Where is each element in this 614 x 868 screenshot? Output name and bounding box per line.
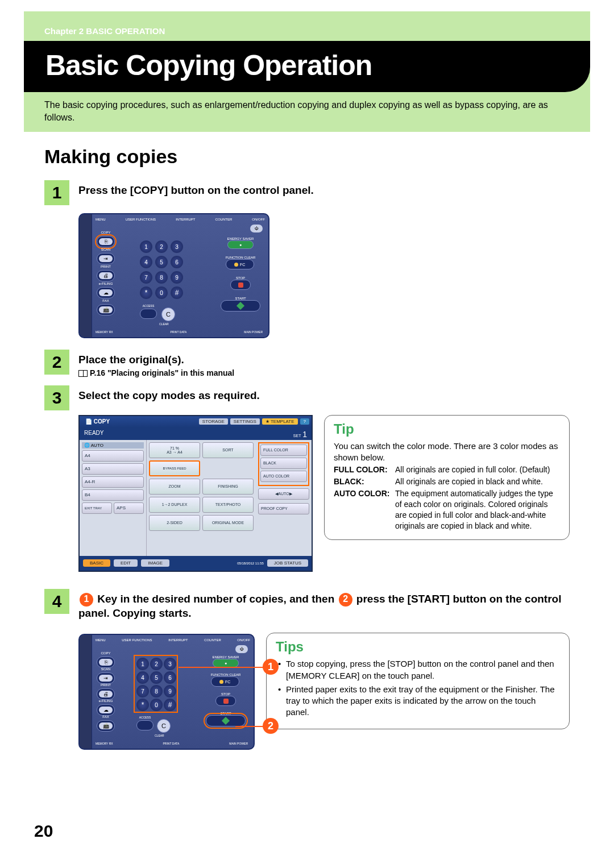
tip-intro: You can switch the color mode. There are… [334, 441, 560, 464]
panel-label-user-functions: USER FUNCTIONS [126, 218, 156, 221]
callout-2: 2 [263, 718, 279, 734]
panel-label-interrupt: INTERRUPT [176, 218, 195, 221]
book-icon [78, 370, 88, 377]
clear-button: C [161, 308, 175, 321]
edit-tab: EDIT [114, 559, 138, 567]
page-number: 20 [34, 821, 53, 841]
function-clear-button: FC [226, 259, 254, 269]
intro-wrap: The basic copying procedures, such as en… [24, 92, 590, 134]
duplex-display: 1→2 DUPLEX [149, 497, 200, 513]
two-sided-button: 2-SIDED [149, 515, 200, 531]
inline-badge-1: 1 [80, 593, 93, 607]
tips-item: Printed paper exits to the exit tray of … [276, 684, 560, 719]
stop-button [230, 280, 251, 290]
numeric-keypad: 123 456 789 *0# [136, 658, 175, 710]
zoom-button: ZOOM [149, 479, 200, 495]
intro-text: The basic copying procedures, such as en… [44, 99, 570, 123]
bypass-button: BYPASS FEED [149, 460, 200, 476]
auto-header: 🌐 AUTO [82, 442, 144, 448]
fax-button: FAX📠 [97, 304, 115, 315]
full-color-button: FULL COLOR [260, 445, 307, 456]
touch-screen-figure: 📄 COPY STORAGE SETTINGS ★ TEMPLATE ? REA… [78, 415, 313, 572]
job-status-button: JOB STATUS [267, 559, 308, 567]
black-button: BLACK [260, 458, 307, 469]
help-button: ? [300, 418, 309, 425]
scan-button: SCAN⇥ [97, 253, 115, 264]
panel-label-menu: MENU [96, 218, 106, 221]
tips-title: Tips [276, 639, 560, 655]
paper-a4r: A4-R [82, 476, 144, 488]
tips-box: Tips To stop copying, press the [STOP] b… [266, 633, 570, 729]
paper-a4: A4 [82, 450, 144, 462]
basic-tab: BASIC [83, 559, 110, 567]
start-button [221, 300, 260, 312]
auto-slider: ◀ AUTO ▶ [258, 488, 309, 500]
color-mode-group: FULL COLOR BLACK AUTO COLOR [258, 442, 309, 486]
control-panel-figure-2: MENU USER FUNCTIONS INTERRUPT COUNTER ON… [78, 634, 255, 750]
proof-copy-button: PROOF COPY [258, 503, 309, 514]
step-title: Press the [COPY] button on the control p… [78, 184, 570, 198]
tips-item: To stop copying, press the [STOP] button… [276, 658, 560, 682]
finishing-button: FINISHING [202, 479, 254, 495]
paper-b4: B4 [82, 489, 144, 501]
exit-tray-button: EXIT TRAY [82, 502, 112, 514]
copy-button: COPY⎘ [97, 236, 115, 247]
tip-title: Tip [334, 421, 560, 437]
start-button-hl [206, 715, 246, 726]
print-button: PRINT🖨 [97, 270, 115, 281]
settings-tab: SETTINGS [230, 418, 260, 425]
page-title: Basic Copying Operation [24, 41, 590, 82]
auto-color-button: AUTO COLOR [260, 471, 307, 482]
chapter-header: Chapter 2 BASIC OPERATION [44, 26, 165, 36]
step-number: 1 [44, 180, 69, 205]
step-2: 2 Place the original(s). P.16 "Placing o… [44, 350, 570, 377]
timestamp: 05/18/2012 11:55 [237, 562, 264, 565]
energy-saver-button: ● [227, 240, 254, 249]
step-title: Place the original(s). [78, 353, 570, 367]
step-number: 3 [44, 385, 69, 410]
step-3: 3 Select the copy modes as required. [44, 385, 570, 410]
on-off-button: ⏻ [250, 225, 263, 232]
title-block: Basic Copying Operation [24, 41, 590, 92]
efiling-button: e-FILING☁ [97, 287, 115, 298]
access-button: ACCESS [140, 309, 157, 319]
step-title: 1 Key in the desired number of copies, a… [78, 592, 570, 621]
ratio-display: 71 %A3 → A4 [149, 442, 200, 458]
panel-label-counter: COUNTER [215, 218, 233, 221]
original-mode-button: ORIGINAL MODE [202, 515, 254, 531]
step-title: Select the copy modes as required. [78, 389, 570, 403]
step-reference: P.16 "Placing originals" in this manual [78, 368, 570, 377]
step-number: 4 [44, 589, 69, 614]
panel-label-onoff: ON/OFF [252, 218, 265, 221]
screen-title: 📄 COPY [82, 418, 113, 425]
ready-label: READY [84, 430, 103, 438]
paper-a3: A3 [82, 463, 144, 475]
callout-line-2 [235, 726, 265, 727]
numeric-keypad: 123 456 789 *0# [140, 240, 183, 299]
text-photo-display: TEXT/PHOTO [202, 497, 254, 513]
content-area: Making copies 1 Press the [COPY] button … [24, 132, 590, 868]
step-4: 4 1 Key in the desired number of copies,… [44, 589, 570, 621]
copy-count: 1 [302, 430, 307, 439]
callout-line-1 [179, 667, 265, 668]
template-tab: ★ TEMPLATE [262, 418, 298, 425]
tip-box: Tip You can switch the color mode. There… [324, 415, 570, 540]
image-tab: IMAGE [141, 559, 169, 567]
inline-badge-2: 2 [339, 593, 352, 607]
aps-button: APS [114, 502, 144, 514]
control-panel-figure-1: MENU USER FUNCTIONS INTERRUPT COUNTER ON… [78, 213, 269, 338]
step-1: 1 Press the [COPY] button on the control… [44, 180, 570, 205]
storage-tab: STORAGE [199, 418, 228, 425]
section-heading: Making copies [44, 146, 570, 168]
step-number: 2 [44, 350, 69, 375]
sort-button: SORT [202, 442, 254, 458]
